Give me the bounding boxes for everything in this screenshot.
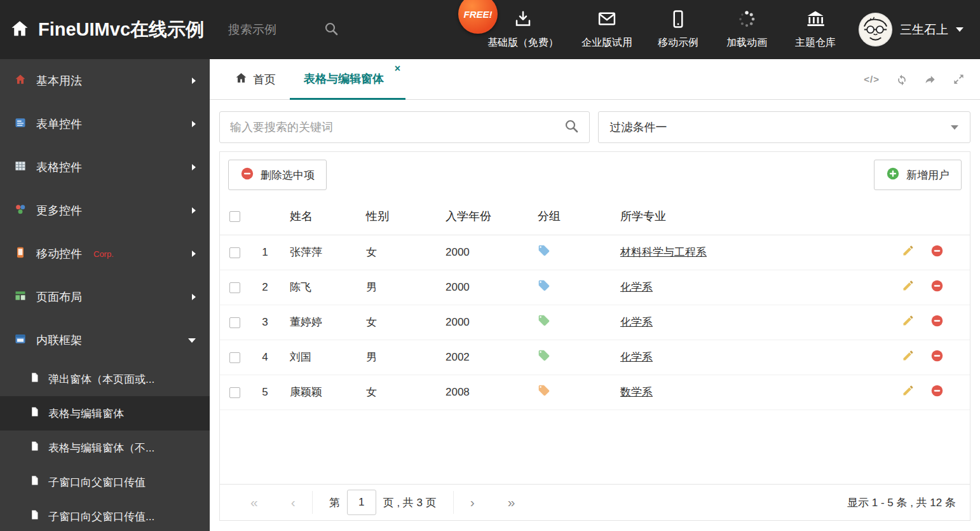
edit-icon[interactable] (902, 384, 915, 400)
column-header-major[interactable]: 所学专业 (611, 198, 902, 235)
sidebar-item-page-layout[interactable]: 页面布局 (0, 275, 210, 319)
sidebar-item-table-controls[interactable]: 表格控件 (0, 146, 210, 189)
delete-row-icon[interactable] (930, 349, 944, 366)
sidebar-subitem-grid-edit-window-alt[interactable]: 表格与编辑窗体（不... (0, 431, 210, 465)
file-icon (29, 509, 40, 523)
sidebar-subitem-grid-edit-window[interactable]: 表格与编辑窗体 (0, 396, 210, 431)
home-icon (235, 72, 247, 87)
table-row[interactable]: 5 康颖颖 女 2008 数学系 (220, 375, 970, 410)
cell-year: 2000 (436, 305, 528, 340)
row-checkbox[interactable] (229, 352, 240, 363)
page-number-input[interactable] (347, 490, 376, 515)
keyword-search-input[interactable] (230, 121, 564, 134)
row-checkbox[interactable] (229, 282, 240, 293)
table-row[interactable]: 2 陈飞 男 2000 化学系 (220, 270, 970, 305)
view-source-icon[interactable]: </> (864, 74, 880, 85)
sidebar-item-label: 表格控件 (36, 160, 82, 175)
edit-icon[interactable] (902, 314, 915, 330)
nav-item-loading-animation[interactable]: 加载动画 (724, 10, 770, 50)
cell-year: 2000 (436, 235, 528, 270)
edit-icon[interactable] (902, 349, 915, 365)
major-link[interactable]: 化学系 (620, 351, 653, 363)
chevron-right-icon (192, 294, 196, 300)
add-user-button[interactable]: 新增用户 (874, 160, 962, 190)
delete-row-icon[interactable] (930, 279, 944, 296)
refresh-icon[interactable] (895, 73, 908, 86)
nav-item-theme-repo[interactable]: 主题仓库 (793, 10, 838, 50)
tab-home[interactable]: 首页 (221, 59, 290, 99)
row-checkbox[interactable] (229, 387, 240, 398)
tag-icon (538, 244, 550, 257)
sidebar-subitem-child-to-parent[interactable]: 子窗口向父窗口传值 (0, 465, 210, 499)
more-controls-icon (14, 203, 27, 219)
filter-dropdown[interactable]: 过滤条件一 (598, 111, 971, 143)
row-checkbox[interactable] (229, 247, 240, 258)
column-header-year[interactable]: 入学年份 (436, 198, 528, 235)
edit-icon[interactable] (902, 279, 915, 295)
brand[interactable]: FineUIMvc在线示例 (0, 17, 204, 43)
sidebar-subitem-popup-window[interactable]: 弹出窗体（本页面或... (0, 362, 210, 396)
sidebar-item-form-controls[interactable]: 表单控件 (0, 102, 210, 146)
sidebar-item-more-controls[interactable]: 更多控件 (0, 189, 210, 232)
delete-row-icon[interactable] (930, 314, 944, 331)
grid-panel: 删除选中项 新增用户 (219, 151, 970, 521)
sidebar-item-label: 内联框架 (36, 333, 82, 348)
add-user-label: 新增用户 (906, 168, 949, 183)
table-row[interactable]: 1 张萍萍 女 2000 材料科学与工程系 (220, 235, 970, 270)
nav-item-label: 加载动画 (726, 36, 767, 50)
plus-circle-icon (886, 167, 900, 184)
chevron-right-icon (192, 251, 196, 257)
row-checkbox[interactable] (229, 317, 240, 328)
major-link[interactable]: 化学系 (620, 316, 653, 328)
select-all-checkbox[interactable] (229, 211, 240, 222)
nav-item-label: 企业版试用 (582, 36, 632, 50)
prev-page-button[interactable]: ‹ (275, 495, 312, 510)
sidebar-item-inline-frame[interactable]: 内联框架 (0, 319, 210, 362)
sidebar-item-label: 基本用法 (36, 73, 82, 88)
major-link[interactable]: 材料科学与工程系 (620, 246, 707, 258)
delete-selected-button[interactable]: 删除选中项 (228, 160, 327, 190)
major-link[interactable]: 数学系 (620, 386, 653, 398)
user-menu[interactable]: 三生石上 (838, 13, 980, 46)
search-icon[interactable] (564, 118, 579, 136)
delete-row-icon[interactable] (930, 384, 944, 401)
home-icon (10, 19, 29, 41)
header-nav: FREE! 基础版（免费） 企业版试用 移动示例 (487, 10, 838, 50)
table-row[interactable]: 4 刘国 男 2002 化学系 (220, 340, 970, 375)
major-link[interactable]: 化学系 (620, 281, 653, 293)
sidebar: 基本用法 表单控件 表格控件 更多控件 移动控件 Cor (0, 59, 210, 531)
nav-item-mobile-demo[interactable]: 移动示例 (655, 10, 701, 50)
column-header-gender[interactable]: 性别 (357, 198, 436, 235)
last-page-button[interactable]: » (491, 495, 532, 510)
download-icon (514, 10, 533, 31)
table-row[interactable]: 3 董婷婷 女 2000 化学系 (220, 305, 970, 340)
next-page-button[interactable]: › (454, 495, 491, 510)
row-number: 1 (250, 235, 280, 270)
edit-icon[interactable] (902, 244, 915, 260)
mobile-icon (14, 246, 27, 262)
close-icon[interactable]: × (395, 64, 400, 74)
chevron-down-icon (951, 125, 958, 130)
header-search-input[interactable] (228, 23, 317, 37)
tab-grid-edit-window[interactable]: 表格与编辑窗体 × (290, 59, 405, 100)
cell-year: 2002 (436, 340, 528, 375)
cell-year: 2000 (436, 270, 528, 305)
column-header-rownum (250, 198, 280, 235)
sidebar-subitem-child-to-parent-alt[interactable]: 子窗口向父窗口传值... (0, 499, 210, 531)
fullscreen-icon[interactable] (953, 73, 965, 85)
share-icon[interactable] (924, 73, 937, 86)
sidebar-item-mobile-controls[interactable]: 移动控件 Corp. (0, 232, 210, 275)
nav-item-enterprise-trial[interactable]: 企业版试用 (582, 10, 632, 50)
first-page-button[interactable]: « (234, 495, 275, 510)
filter-dropdown-value: 过滤条件一 (610, 120, 667, 135)
column-header-name[interactable]: 姓名 (280, 198, 357, 235)
search-icon[interactable] (323, 21, 339, 39)
sidebar-item-basic-usage[interactable]: 基本用法 (0, 59, 210, 102)
column-header-group[interactable]: 分组 (528, 198, 611, 235)
filter-row: 过滤条件一 (219, 111, 970, 143)
home-icon (14, 73, 27, 89)
delete-row-icon[interactable] (930, 244, 944, 261)
cell-gender: 男 (357, 270, 436, 305)
nav-item-basic-edition[interactable]: FREE! 基础版（免费） (487, 10, 559, 50)
nav-item-label: 基础版（免费） (487, 36, 559, 50)
